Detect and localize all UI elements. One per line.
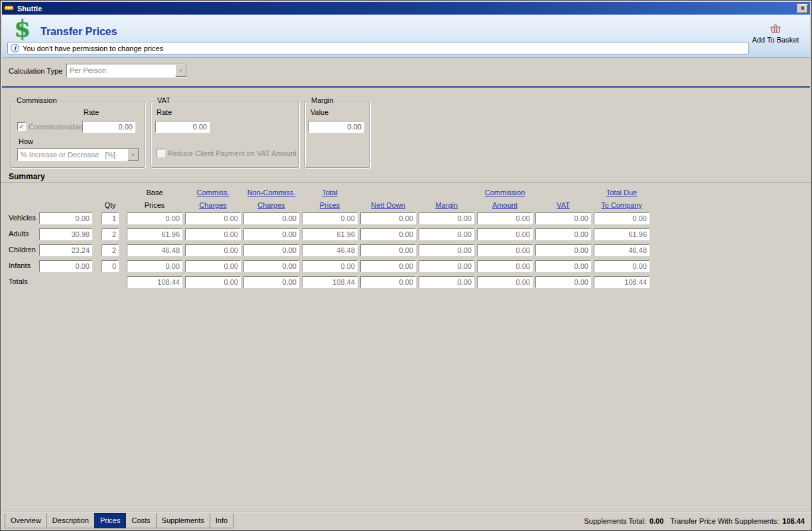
table-row-adults: Adults30.98261.960.000.0061.960.000.000.… (1, 227, 811, 243)
table-cell[interactable]: 0.00 (243, 260, 299, 272)
vat-rate-field[interactable]: 0.00 (155, 121, 210, 133)
table-cell[interactable]: 0.00 (594, 212, 649, 224)
table-row-totals: Totals108.440.000.00108.440.000.000.000.… (1, 275, 811, 291)
column-header-vat[interactable]: VAT (535, 188, 591, 210)
commissionable-checkbox[interactable]: ✓ (17, 122, 26, 131)
column-header-total-prices[interactable]: TotalPrices (302, 188, 358, 210)
calculation-type-select[interactable]: Per Person ▼ (66, 64, 187, 78)
table-cell[interactable]: 0.00 (39, 212, 92, 224)
table-cell[interactable]: 61.96 (302, 228, 358, 240)
table-cell[interactable]: 2 (102, 244, 119, 256)
table-cell[interactable]: 0.00 (477, 228, 533, 240)
table-cell[interactable]: 0.00 (127, 212, 182, 224)
table-cell[interactable]: 108.44 (302, 276, 358, 288)
table-cell[interactable]: 0.00 (419, 212, 474, 224)
table-cell[interactable]: 0.00 (127, 260, 182, 272)
column-header-non-commiss-charges[interactable]: Non-Commiss.Charges (243, 188, 299, 210)
reduce-client-payment-label: Reduce Client Payment on VAT Amount (168, 149, 297, 157)
column-header-total-due-to-company[interactable]: Total DueTo Company (594, 188, 649, 210)
table-row-children: Children23.24246.480.000.0046.480.000.00… (1, 243, 811, 259)
tab-description[interactable]: Description (46, 513, 95, 528)
reduce-client-payment-checkbox[interactable] (157, 149, 165, 157)
add-to-basket-button[interactable]: Add To Basket (748, 23, 803, 44)
table-cell[interactable]: 0.00 (243, 228, 299, 240)
table-cell[interactable]: 0.00 (535, 244, 591, 256)
table-cell[interactable]: 0.00 (360, 212, 416, 224)
table-cell[interactable]: 108.44 (594, 276, 649, 288)
column-header-nett-down[interactable]: Nett Down (360, 188, 416, 210)
commission-rate-field[interactable]: 0.00 (82, 121, 135, 133)
table-cell[interactable]: 23.24 (39, 244, 92, 256)
table-cell[interactable]: 0.00 (477, 212, 533, 224)
row-label: Totals (9, 277, 28, 285)
table-cell[interactable]: 0.00 (39, 260, 92, 272)
table-cell[interactable]: 0.00 (360, 244, 416, 256)
supplements-total-label: Supplements Total: (584, 517, 646, 525)
table-cell[interactable]: 0.00 (243, 244, 299, 256)
table-cell[interactable]: 0.00 (477, 276, 533, 288)
table-cell[interactable]: 46.48 (127, 244, 182, 256)
table-cell[interactable]: 30.98 (39, 228, 92, 240)
row-label: Infants (9, 262, 31, 269)
table-cell[interactable]: 108.44 (127, 276, 182, 288)
table-cell[interactable]: 46.48 (594, 244, 649, 256)
table-cell[interactable]: 0.00 (535, 260, 591, 272)
table-cell[interactable]: 0.00 (243, 276, 299, 288)
table-row-infants: Infants0.0000.000.000.000.000.000.000.00… (1, 259, 811, 275)
table-cell[interactable]: 0.00 (594, 260, 649, 272)
margin-value-field[interactable]: 0.00 (308, 121, 364, 133)
table-cell[interactable]: 2 (102, 228, 119, 240)
chevron-down-icon[interactable]: ▼ (127, 149, 139, 161)
table-cell[interactable]: 0.00 (360, 228, 416, 240)
table-cell[interactable]: 61.96 (127, 228, 182, 240)
summary-title: Summary (9, 172, 45, 181)
dollar-icon: $ (14, 17, 31, 39)
table-cell[interactable]: 0.00 (477, 244, 533, 256)
table-cell[interactable]: 0.00 (302, 260, 358, 272)
table-cell[interactable]: 0.00 (419, 276, 474, 288)
table-cell[interactable]: 61.96 (594, 228, 649, 240)
table-cell[interactable]: 0.00 (185, 228, 241, 240)
margin-value-label: Value (310, 108, 328, 116)
header-separator (2, 86, 810, 88)
summary-table-body: Vehicles0.0010.000.000.000.000.000.000.0… (1, 211, 811, 291)
window-title: Shuttle (17, 5, 797, 13)
shuttle-window: Shuttle × $ Transfer Prices Add To Baske… (0, 0, 812, 531)
table-cell[interactable]: 0.00 (185, 244, 241, 256)
column-header-commission-amount[interactable]: CommissionAmount (477, 188, 533, 210)
table-cell[interactable]: 0.00 (477, 260, 533, 272)
column-header-margin[interactable]: Margin (419, 188, 474, 210)
table-cell[interactable]: 0.00 (185, 276, 241, 288)
table-cell[interactable]: 0.00 (302, 212, 358, 224)
supplements-total-value: 0.00 (649, 517, 663, 525)
commission-rate-label: Rate (84, 108, 99, 116)
tab-info[interactable]: Info (210, 513, 234, 528)
table-cell[interactable]: 46.48 (302, 244, 358, 256)
table-cell[interactable]: 0.00 (360, 276, 416, 288)
tab-supplements[interactable]: Supplements (156, 513, 210, 528)
commission-how-select[interactable]: % Increase or Decrease [%] ▼ (17, 148, 139, 161)
table-cell[interactable]: 0.00 (535, 276, 591, 288)
tab-costs[interactable]: Costs (125, 513, 156, 528)
tab-prices[interactable]: Prices (94, 513, 127, 528)
table-cell[interactable]: 0.00 (243, 212, 299, 224)
summary-separator (1, 182, 811, 183)
chevron-down-icon[interactable]: ▼ (175, 64, 186, 77)
check-icon: ✓ (18, 123, 25, 130)
table-cell[interactable]: 0.00 (535, 228, 591, 240)
table-cell[interactable]: 0.00 (360, 260, 416, 272)
table-cell[interactable]: 0 (102, 260, 119, 272)
table-cell[interactable]: 0.00 (185, 212, 241, 224)
table-cell[interactable]: 1 (102, 212, 119, 224)
vat-title: VAT (155, 96, 172, 104)
close-button[interactable]: × (797, 4, 808, 13)
tab-overview[interactable]: Overview (5, 513, 47, 528)
table-cell[interactable]: 0.00 (419, 260, 474, 272)
column-header-commiss-charges[interactable]: Commiss.Charges (185, 188, 241, 210)
table-cell[interactable]: 0.00 (535, 212, 591, 224)
table-cell[interactable]: 0.00 (185, 260, 241, 272)
commission-groupbox: Commission Rate ✓ Commissionable 0.00 Ho… (10, 101, 145, 168)
table-cell[interactable]: 0.00 (419, 228, 474, 240)
transfer-price-label: Transfer Price With Supplements: (670, 517, 779, 525)
table-cell[interactable]: 0.00 (419, 244, 474, 256)
